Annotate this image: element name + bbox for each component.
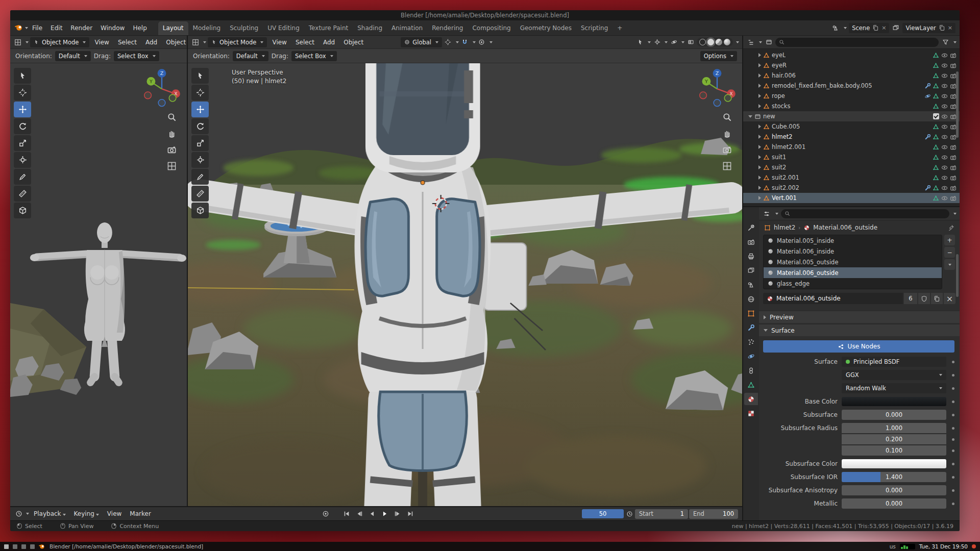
disable-render-icon[interactable]	[950, 174, 957, 181]
hide-viewport-icon[interactable]	[941, 93, 948, 99]
properties-scrollbar[interactable]	[956, 254, 959, 297]
view-menu[interactable]: View	[91, 38, 112, 47]
ortho-grid-icon[interactable]	[722, 161, 732, 171]
outliner-row[interactable]: hlmet2.001	[743, 142, 960, 152]
outliner-row[interactable]: stocks	[743, 101, 960, 111]
decorator-dot[interactable]	[952, 438, 954, 441]
distribution-dropdown[interactable]: GGX	[842, 370, 946, 380]
object-menu[interactable]: Object	[340, 38, 367, 47]
viewlayer-selector[interactable]: ViewLayer ×	[902, 23, 955, 33]
workspace-4-button[interactable]	[30, 544, 35, 549]
expand-icon[interactable]	[758, 135, 761, 139]
camera-view-icon[interactable]	[722, 145, 732, 155]
subsurface-anisotropy-slider[interactable]: 0.000	[842, 485, 946, 495]
keying-menu[interactable]: Keying	[70, 509, 103, 518]
tray-notification-dot[interactable]	[972, 544, 976, 548]
tool-select-box[interactable]	[191, 68, 209, 84]
hide-viewport-icon[interactable]	[941, 174, 948, 181]
outliner-row[interactable]: eyeL	[743, 50, 960, 60]
viewlayer-icon[interactable]	[891, 23, 900, 33]
properties-tab-object[interactable]	[744, 307, 758, 319]
workspace-1-button[interactable]	[4, 544, 9, 549]
navigation-gizmo[interactable]: Z X Y	[697, 67, 737, 107]
properties-tab-material[interactable]	[744, 393, 758, 405]
taskbar-clock[interactable]: Tue, 31 Dec 19:50	[919, 543, 968, 549]
outliner-search-input[interactable]	[775, 38, 939, 47]
disable-render-icon[interactable]	[950, 195, 957, 202]
subsurface-radius-g[interactable]: 0.200	[842, 434, 946, 444]
outliner-collection-row[interactable]: new	[743, 111, 960, 121]
breadcrumb-object[interactable]: hlmet2	[774, 224, 795, 231]
tool-measure[interactable]	[191, 186, 209, 202]
decorator-dot[interactable]	[952, 476, 954, 479]
system-monitor[interactable]	[900, 544, 915, 549]
subsurface-radius-r[interactable]: 1.000	[842, 423, 946, 433]
metallic-slider[interactable]: 0.000	[842, 498, 946, 509]
tool-rotate[interactable]	[14, 118, 31, 134]
expand-icon[interactable]	[758, 104, 761, 108]
decorator-dot[interactable]	[952, 387, 954, 390]
decorator-dot[interactable]	[952, 414, 954, 416]
decorator-dot[interactable]	[952, 449, 954, 452]
disable-render-icon[interactable]	[950, 62, 957, 69]
menu-window[interactable]: Window	[96, 23, 129, 33]
outliner-scrollbar[interactable]	[956, 71, 959, 138]
properties-tab-viewlayer[interactable]	[744, 264, 758, 277]
properties-tab-render[interactable]	[744, 236, 758, 248]
workspace-tab-modeling[interactable]: Modeling	[188, 21, 226, 35]
drag-dropdown[interactable]: Select Box	[291, 51, 337, 61]
properties-tab-physics[interactable]	[744, 350, 758, 362]
outliner-row[interactable]: suit1	[743, 152, 960, 162]
remove-slot-button[interactable]: −	[944, 247, 955, 258]
zoom-icon[interactable]	[167, 112, 177, 122]
hide-viewport-icon[interactable]	[941, 113, 948, 120]
subsurface-ior-slider[interactable]: 1.400	[842, 472, 946, 482]
material-slot[interactable]: glass_edge	[764, 278, 942, 289]
workspace-tab-shading[interactable]: Shading	[353, 21, 387, 35]
options-dropdown[interactable]: Options	[700, 51, 737, 61]
properties-tab-modifiers[interactable]	[744, 321, 758, 334]
tool-cursor[interactable]	[191, 85, 209, 101]
shading-wireframe[interactable]	[699, 39, 706, 45]
menu-render[interactable]: Render	[66, 23, 96, 33]
breadcrumb-material[interactable]: Material.006_outside	[813, 224, 877, 231]
collapse-icon[interactable]	[748, 115, 752, 118]
select-menu[interactable]: Select	[292, 38, 318, 47]
tool-annotate[interactable]	[191, 169, 209, 185]
xray-toggle-icon[interactable]	[686, 38, 695, 47]
subsurface-slider[interactable]: 0.000	[842, 410, 946, 420]
tool-cursor[interactable]	[14, 85, 31, 101]
scene-selector[interactable]: Scene ×	[849, 23, 889, 33]
workspace-tab-layout[interactable]: Layout	[158, 21, 188, 35]
menu-help[interactable]: Help	[129, 23, 151, 33]
blender-taskbar-icon[interactable]	[39, 543, 45, 550]
select-menu[interactable]: Select	[114, 38, 140, 47]
expand-icon[interactable]	[758, 176, 761, 180]
outliner-display-mode-icon[interactable]	[764, 38, 773, 47]
prev-keyframe-button[interactable]	[354, 509, 365, 519]
tool-transform[interactable]	[14, 152, 31, 168]
jump-to-end-button[interactable]	[405, 509, 416, 519]
disable-render-icon[interactable]	[950, 185, 957, 191]
outliner-row-active[interactable]: hlmet2	[743, 132, 960, 142]
add-workspace-button[interactable]: +	[612, 21, 627, 35]
overlays-icon[interactable]	[669, 38, 678, 47]
outliner-row[interactable]: suit2.001	[743, 172, 960, 183]
fake-user-shield-icon[interactable]	[918, 293, 930, 304]
object-menu[interactable]: Object	[162, 38, 187, 47]
expand-icon[interactable]	[758, 155, 761, 159]
viewport-main-canvas[interactable]: User Perspective (50) new | hlmet2	[188, 63, 742, 506]
next-keyframe-button[interactable]	[392, 509, 404, 519]
expand-icon[interactable]	[758, 73, 761, 78]
workspace-tab-rendering[interactable]: Rendering	[427, 21, 468, 35]
play-button[interactable]	[379, 509, 391, 519]
surface-panel-header[interactable]: Surface	[759, 324, 960, 336]
orientation-default-dropdown[interactable]: Default	[55, 51, 91, 61]
editor-type-icon[interactable]	[191, 38, 200, 47]
tool-scale[interactable]	[191, 135, 209, 151]
jump-to-start-button[interactable]	[341, 509, 353, 519]
tool-annotate[interactable]	[14, 169, 31, 185]
preview-panel-header[interactable]: Preview	[759, 311, 960, 323]
properties-tab-constraints[interactable]	[744, 364, 758, 377]
add-menu[interactable]: Add	[320, 38, 338, 47]
